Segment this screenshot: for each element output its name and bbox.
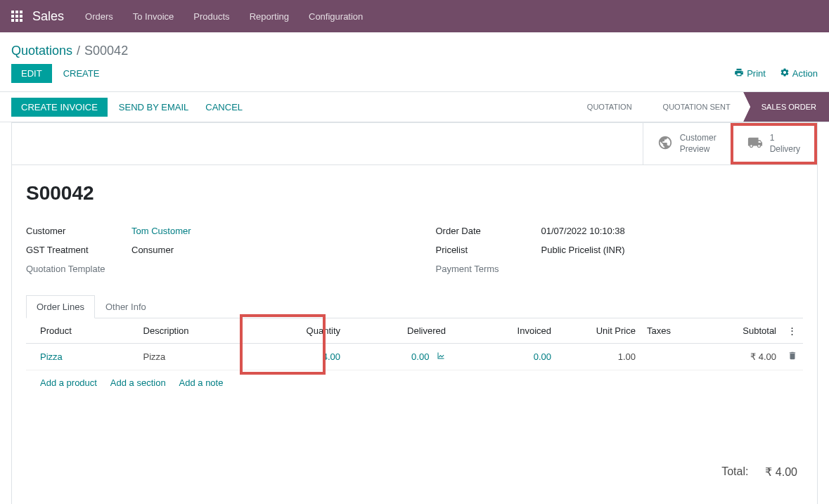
tab-order-lines[interactable]: Order Lines (26, 295, 95, 318)
stat-buttons-row: Customer Preview 1 Delivery (12, 123, 817, 165)
delivery-stat-button[interactable]: 1 Delivery (731, 123, 817, 164)
field-pricelist: Pricelist Public Pricelist (INR) (436, 240, 804, 259)
print-label: Print (747, 68, 766, 79)
create-invoice-button[interactable]: CREATE INVOICE (11, 98, 108, 117)
row-invoiced[interactable]: 0.00 (534, 351, 551, 362)
field-order-date-label: Order Date (436, 226, 541, 236)
chart-icon[interactable] (436, 351, 446, 362)
field-gst-value: Consumer (131, 245, 174, 255)
form-sheet: Customer Preview 1 Delivery S00042 Custo… (11, 122, 818, 504)
stat-delivery-count: 1 (770, 133, 800, 144)
add-note-link[interactable]: Add a note (179, 377, 224, 388)
stat-delivery-label: Delivery (770, 144, 800, 155)
status-steps: QUOTATION QUOTATION SENT SALES ORDER (569, 92, 829, 122)
nav-item-to-invoice[interactable]: To Invoice (133, 11, 174, 22)
svg-rect-2 (20, 11, 23, 13)
tab-other-info[interactable]: Other Info (95, 295, 157, 318)
svg-rect-5 (20, 15, 23, 18)
send-by-email-button[interactable]: SEND BY EMAIL (119, 102, 188, 112)
apps-icon[interactable] (11, 11, 23, 22)
svg-rect-7 (15, 19, 18, 22)
status-step-quotation[interactable]: QUOTATION (569, 92, 645, 122)
row-unit-price: 1.00 (557, 344, 641, 370)
truck-icon (747, 135, 763, 153)
status-bar: CREATE INVOICE SEND BY EMAIL CANCEL QUOT… (0, 91, 829, 122)
field-gst-label: GST Treatment (26, 245, 131, 255)
svg-rect-6 (11, 19, 14, 22)
field-payment-terms-label: Payment Terms (436, 264, 541, 274)
cancel-button[interactable]: CANCEL (205, 102, 243, 112)
row-product[interactable]: Pizza (40, 351, 63, 362)
page-actions-row: EDIT CREATE Print Action (0, 64, 829, 91)
tabs: Order Lines Other Info (26, 295, 803, 318)
add-product-link[interactable]: Add a product (40, 377, 97, 388)
field-pricelist-value: Public Pricelist (INR) (541, 245, 625, 255)
nav-item-products[interactable]: Products (193, 11, 229, 22)
print-icon (734, 67, 744, 79)
col-header-subtotal: Subtotal (698, 318, 782, 344)
globe-icon (657, 135, 673, 153)
breadcrumb-parent[interactable]: Quotations (11, 44, 72, 58)
svg-rect-3 (11, 15, 14, 18)
breadcrumb-current: S00042 (84, 44, 128, 58)
svg-rect-1 (15, 11, 18, 13)
breadcrumb-separator: / (77, 44, 80, 58)
row-quantity[interactable]: 4.00 (323, 351, 340, 362)
nav-item-reporting[interactable]: Reporting (250, 11, 289, 22)
row-description: Pizza (138, 344, 262, 370)
stat-preview-line2: Preview (680, 144, 716, 155)
gear-icon (780, 67, 790, 79)
app-title[interactable]: Sales (32, 9, 64, 24)
order-lines-table: Product Description Quantity Delivered I… (26, 318, 803, 370)
field-customer-label: Customer (26, 226, 131, 236)
col-header-product: Product (26, 318, 138, 344)
col-header-invoiced: Invoiced (451, 318, 557, 344)
field-order-date-value: 01/07/2022 10:10:38 (541, 226, 625, 236)
total-value: ₹ 4.00 (765, 465, 797, 479)
row-taxes (641, 344, 698, 370)
row-delivered[interactable]: 0.00 (411, 351, 429, 362)
row-subtotal: ₹ 4.00 (698, 344, 782, 370)
breadcrumb: Quotations / S00042 (0, 32, 829, 64)
edit-button[interactable]: EDIT (11, 64, 52, 83)
top-nav-bar: Sales Orders To Invoice Products Reporti… (0, 0, 829, 32)
total-label: Total: (721, 465, 748, 479)
table-row[interactable]: Pizza Pizza 4.00 0.00 0.00 1.00 ₹ 4.00 (26, 344, 803, 370)
nav-item-orders[interactable]: Orders (85, 11, 113, 22)
field-pricelist-label: Pricelist (436, 245, 541, 255)
stat-preview-line1: Customer (680, 133, 716, 144)
add-section-link[interactable]: Add a section (110, 377, 166, 388)
field-quote-tpl-label: Quotation Template (26, 264, 131, 274)
col-header-delivered: Delivered (346, 318, 451, 344)
status-step-quotation-sent[interactable]: QUOTATION SENT (645, 92, 743, 122)
print-button[interactable]: Print (734, 67, 766, 79)
create-button[interactable]: CREATE (63, 68, 100, 79)
kebab-icon[interactable]: ⋮ (788, 325, 797, 336)
field-customer-value[interactable]: Tom Customer (131, 226, 191, 236)
svg-rect-0 (11, 11, 14, 13)
field-quotation-template: Quotation Template (26, 259, 394, 278)
nav-item-configuration[interactable]: Configuration (309, 11, 363, 22)
status-step-sales-order[interactable]: SALES ORDER (743, 92, 829, 122)
action-label: Action (792, 68, 818, 79)
col-header-quantity: Quantity (262, 318, 346, 344)
field-payment-terms: Payment Terms (436, 259, 804, 278)
customer-preview-stat-button[interactable]: Customer Preview (643, 123, 731, 164)
col-header-description: Description (138, 318, 262, 344)
field-gst-treatment: GST Treatment Consumer (26, 240, 394, 259)
svg-rect-4 (15, 15, 18, 18)
order-name-title: S00042 (26, 182, 803, 205)
trash-icon[interactable] (788, 352, 797, 363)
action-button[interactable]: Action (780, 67, 818, 79)
svg-rect-8 (20, 19, 23, 22)
field-order-date: Order Date 01/07/2022 10:10:38 (436, 221, 804, 240)
field-customer: Customer Tom Customer (26, 221, 394, 240)
col-header-taxes: Taxes (641, 318, 698, 344)
totals-row: Total: ₹ 4.00 (26, 451, 803, 484)
col-header-options: ⋮ (782, 318, 803, 344)
col-header-unit-price: Unit Price (557, 318, 641, 344)
